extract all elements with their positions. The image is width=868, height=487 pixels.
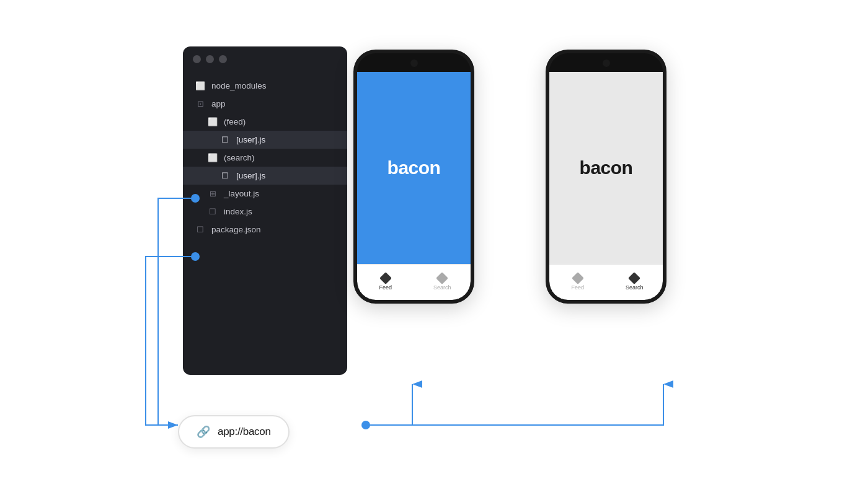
phone2-search-tab[interactable]: Search	[606, 274, 663, 291]
feed-bacon-label: bacon	[388, 157, 441, 178]
phone1-tab-bar: Feed Search	[357, 264, 471, 300]
phone1-feed-tab[interactable]: Feed	[357, 274, 414, 291]
phone-screen-2: bacon Feed Search	[549, 53, 663, 300]
phone-outer-2: bacon Feed Search	[546, 50, 666, 304]
phone-feed-content: bacon	[357, 72, 471, 264]
svg-point-5	[361, 421, 370, 429]
phone2-search-label: Search	[626, 284, 644, 291]
tree-item-user-search[interactable]: ☐ [user].js	[183, 167, 347, 185]
folder-icon: ⬜	[195, 81, 205, 90]
panel-titlebar	[183, 46, 347, 72]
phone2-feed-label: Feed	[571, 284, 584, 291]
tree-item-app[interactable]: ⊡ app	[183, 95, 347, 113]
file-alt-icon: ☐	[195, 225, 205, 234]
search-tab-icon	[436, 272, 448, 284]
phone1-feed-label: Feed	[379, 284, 392, 291]
file-icon: ☐	[220, 135, 230, 144]
grid-icon: ⊞	[208, 189, 218, 198]
phone-search: bacon Feed Search	[546, 50, 666, 304]
phone1-search-label: Search	[433, 284, 451, 291]
tree-item-user-feed[interactable]: ☐ [user].js	[183, 131, 347, 149]
phone-screen-1: bacon Feed Search	[357, 53, 471, 300]
phone-search-content: bacon	[549, 72, 663, 264]
phone2-tab-bar: Feed Search	[549, 264, 663, 300]
window-dot-1	[193, 55, 201, 63]
file-icon: ☐	[208, 207, 218, 216]
scene: ⬜ node_modules ⊡ app ⬜ (feed) ☐ [user].j…	[0, 0, 868, 487]
tree-item-layout[interactable]: ⊞ _layout.js	[183, 185, 347, 203]
tree-item-feed-folder[interactable]: ⬜ (feed)	[183, 113, 347, 131]
phone-feed: bacon Feed Search	[353, 50, 474, 304]
image-folder-icon: ⊡	[195, 99, 205, 108]
file-tree: ⬜ node_modules ⊡ app ⬜ (feed) ☐ [user].j…	[183, 72, 347, 244]
phone-outer-1: bacon Feed Search	[353, 50, 474, 304]
phone2-feed-tab[interactable]: Feed	[549, 274, 606, 291]
link-icon: 🔗	[197, 425, 210, 439]
phone2-search-tab-icon-active	[628, 272, 640, 284]
tree-item-package[interactable]: ☐ package.json	[183, 221, 347, 239]
file-icon: ☐	[220, 171, 230, 180]
folder-icon: ⬜	[208, 117, 218, 126]
feed-tab-icon-active	[379, 272, 392, 284]
window-dot-3	[219, 55, 227, 63]
folder-icon: ⬜	[208, 153, 218, 162]
url-pill[interactable]: 🔗 app://bacon	[178, 415, 290, 449]
search-bacon-label: bacon	[580, 157, 633, 178]
url-text: app://bacon	[218, 426, 271, 438]
tree-item-search-folder[interactable]: ⬜ (search)	[183, 149, 347, 167]
tree-item-index[interactable]: ☐ index.js	[183, 203, 347, 221]
file-panel: ⬜ node_modules ⊡ app ⬜ (feed) ☐ [user].j…	[183, 46, 347, 375]
phone1-search-tab[interactable]: Search	[414, 274, 471, 291]
window-dot-2	[206, 55, 214, 63]
tree-item-node-modules[interactable]: ⬜ node_modules	[183, 77, 347, 95]
phone-notch-1	[410, 59, 418, 67]
phone-notch-2	[603, 59, 610, 67]
phone2-feed-tab-icon	[572, 272, 584, 284]
